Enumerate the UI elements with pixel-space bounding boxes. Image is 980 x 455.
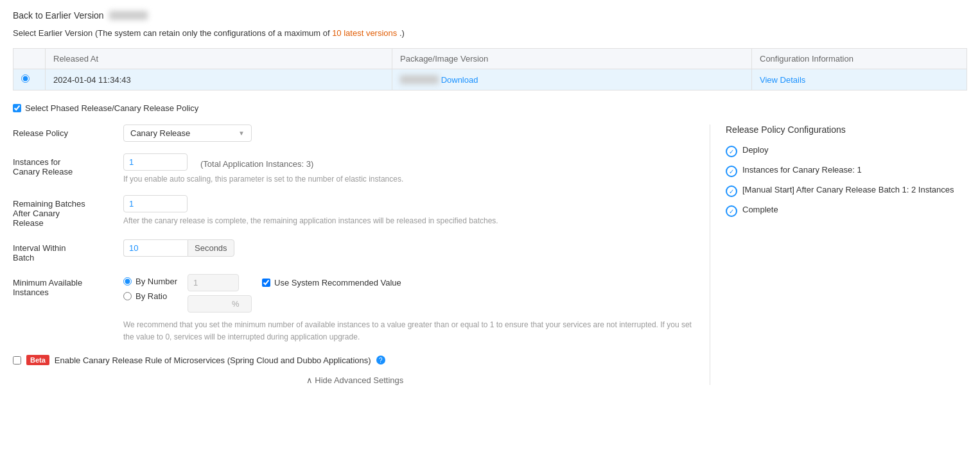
download-link[interactable]: Download — [441, 75, 478, 85]
subtitle: Select Earlier Version (The system can r… — [13, 28, 967, 38]
system-recommended-label[interactable]: Use System Recommended Value — [274, 278, 401, 288]
instances-help-text: If you enable auto scaling, this paramet… — [123, 175, 697, 184]
remaining-batches-label: Remaining BatchesAfter CanaryRelease — [13, 195, 116, 228]
page-header: Back to Earlier Version — [13, 10, 967, 21]
system-recommended-checkbox[interactable] — [262, 279, 270, 287]
config-item-complete: Complete — [726, 205, 967, 217]
remaining-batches-input[interactable]: 1 — [123, 195, 188, 212]
col-header-radio — [13, 49, 46, 69]
main-content: Release Policy Canary Release ▼ Instance… — [13, 124, 967, 385]
phased-release-label[interactable]: Select Phased Release/Canary Release Pol… — [25, 103, 198, 113]
min-instances-row: Minimum AvailableInstances By Number By … — [13, 274, 697, 343]
version-radio[interactable] — [21, 74, 30, 83]
system-recommended-wrap: Use System Recommended Value — [262, 274, 401, 288]
page-title: Back to Earlier Version — [13, 10, 104, 21]
config-item-deploy: Deploy — [726, 145, 967, 157]
left-panel: Release Policy Canary Release ▼ Instance… — [13, 124, 710, 385]
instances-canary-input[interactable]: 1 — [123, 153, 188, 171]
remaining-batches-control: 1 After the canary release is complete, … — [123, 195, 697, 225]
release-policy-control: Canary Release ▼ — [123, 124, 697, 142]
manual-circle-icon — [726, 185, 737, 197]
remaining-batches-row: Remaining BatchesAfter CanaryRelease 1 A… — [13, 195, 697, 228]
col-header-released-at: Released At — [46, 49, 392, 69]
version-table: Released At Package/Image Version Config… — [13, 48, 967, 90]
min-instances-inner: By Number By Ratio 1 % — [123, 274, 697, 313]
complete-circle-icon — [726, 205, 737, 217]
table-row: 2024-01-04 11:34:43 Download View Detail… — [13, 69, 967, 90]
package-blurred — [400, 75, 439, 84]
hide-advanced-settings[interactable]: ∧ Hide Advanced Settings — [13, 375, 697, 385]
min-instances-number-input: 1 — [188, 274, 239, 291]
by-ratio-radio[interactable] — [123, 292, 132, 300]
interval-control: 10 Seconds — [123, 239, 697, 257]
phased-release-checkbox[interactable] — [13, 104, 21, 112]
interval-label: Interval WithinBatch — [13, 239, 116, 262]
row-released-at: 2024-01-04 11:34:43 — [46, 69, 392, 90]
interval-unit: Seconds — [188, 239, 234, 257]
percent-input — [193, 299, 232, 309]
phased-release-section: Select Phased Release/Canary Release Pol… — [13, 103, 967, 113]
help-icon[interactable]: ? — [376, 356, 385, 365]
release-policy-label: Release Policy — [13, 124, 116, 138]
deploy-circle-icon — [726, 146, 737, 157]
beta-badge: Beta — [26, 355, 49, 365]
total-instances-text: (Total Application Instances: 3) — [200, 155, 313, 169]
instances-canary-label: Instances forCanary Release — [13, 153, 116, 176]
instances-canary-row: Instances forCanary Release 1 (Total App… — [13, 153, 697, 184]
release-policy-row: Release Policy Canary Release ▼ — [13, 124, 697, 142]
col-header-package: Package/Image Version — [392, 49, 752, 69]
by-ratio-label[interactable]: By Ratio — [136, 291, 167, 301]
config-item-manual: [Manual Start] After Canary Release Batc… — [726, 185, 967, 197]
config-item-deploy-text: Deploy — [742, 145, 768, 155]
interval-input[interactable]: 10 — [123, 239, 188, 257]
config-item-complete-text: Complete — [742, 205, 778, 214]
percent-input-wrap: % — [188, 295, 252, 313]
beta-checkbox[interactable] — [13, 356, 21, 365]
instances-circle-icon — [726, 166, 737, 177]
remaining-batches-help: After the canary release is complete, th… — [123, 216, 697, 225]
min-instances-control: By Number By Ratio 1 % — [123, 274, 697, 343]
col-header-config: Configuration Information — [752, 49, 967, 69]
config-item-instances: Instances for Canary Release: 1 — [726, 165, 967, 177]
by-ratio-radio-item[interactable]: By Ratio — [123, 291, 177, 301]
right-panel-title: Release Policy Configurations — [726, 124, 967, 135]
config-item-manual-text: [Manual Start] After Canary Release Batc… — [742, 185, 954, 194]
row-package: Download — [392, 69, 752, 90]
interval-row: Interval WithinBatch 10 Seconds — [13, 239, 697, 262]
right-panel: Release Policy Configurations Deploy Ins… — [710, 124, 967, 385]
view-details-link[interactable]: View Details — [760, 75, 805, 85]
percent-sign: % — [232, 299, 240, 309]
beta-label: Enable Canary Release Rule of Microservi… — [55, 356, 371, 365]
recommend-text: We recommend that you set the minimum nu… — [123, 319, 697, 343]
interval-area: 10 Seconds — [123, 239, 697, 257]
beta-section: Beta Enable Canary Release Rule of Micro… — [13, 355, 697, 365]
min-instances-label: Minimum AvailableInstances — [13, 274, 116, 297]
version-blurred — [109, 11, 148, 20]
by-number-radio[interactable] — [123, 277, 132, 286]
radio-group: By Number By Ratio — [123, 277, 177, 301]
release-policy-dropdown[interactable]: Canary Release ▼ — [123, 124, 252, 142]
chevron-down-icon: ▼ — [238, 130, 245, 137]
row-radio-cell[interactable] — [13, 69, 46, 90]
by-number-radio-item[interactable]: By Number — [123, 277, 177, 286]
release-policy-value: Canary Release — [130, 128, 190, 138]
instances-canary-control: 1 (Total Application Instances: 3) If yo… — [123, 153, 697, 184]
row-config[interactable]: View Details — [752, 69, 967, 90]
by-number-label[interactable]: By Number — [136, 277, 177, 286]
config-item-instances-text: Instances for Canary Release: 1 — [742, 165, 862, 175]
